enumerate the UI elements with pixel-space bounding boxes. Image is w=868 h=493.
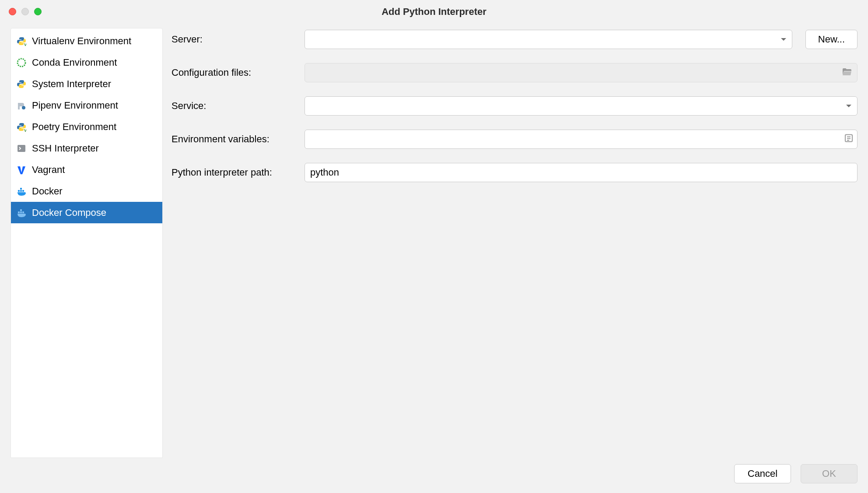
svg-text:V: V [24,128,26,132]
sidebar-item-docker-compose[interactable]: Docker Compose [11,202,162,223]
sidebar-item-poetry[interactable]: V Poetry Environment [11,116,162,137]
svg-rect-11 [20,211,22,213]
sidebar-item-vagrant[interactable]: Vagrant [11,159,162,180]
svg-text:V: V [24,42,26,46]
server-row: Server: New... [172,30,858,49]
sidebar-item-pipenv[interactable]: Pipenv Environment [11,95,162,116]
form-panel: Server: New... Configuration files: [163,28,863,458]
dialog-window: Add Python Interpreter V Virtualenv Envi… [0,0,868,493]
sidebar-item-label: Docker Compose [32,207,106,218]
sidebar-item-virtualenv[interactable]: V Virtualenv Environment [11,30,162,52]
sidebar-item-label: SSH Interpreter [32,143,99,154]
docker-icon [16,186,27,197]
zoom-window-button[interactable] [34,8,42,15]
python-path-input[interactable] [304,163,858,182]
sidebar-item-label: Vagrant [32,164,65,176]
close-window-button[interactable] [9,8,16,15]
sidebar-item-docker[interactable]: Docker [11,180,162,202]
dialog-title: Add Python Interpreter [382,6,486,18]
config-files-row: Configuration files: [172,63,858,82]
env-vars-row: Environment variables: [172,130,858,149]
svg-rect-7 [20,190,22,192]
server-dropdown[interactable] [304,30,792,49]
svg-rect-6 [18,190,20,192]
config-files-field [304,63,858,82]
config-files-label: Configuration files: [172,67,304,78]
dialog-content: V Virtualenv Environment Conda Environme… [0,24,868,458]
pipenv-icon [16,100,27,111]
service-label: Service: [172,100,304,112]
env-vars-input[interactable] [304,130,858,149]
svg-rect-8 [20,188,22,190]
server-label: Server: [172,34,304,45]
python-path-label: Python interpreter path: [172,167,304,178]
cancel-button[interactable]: Cancel [734,464,791,483]
sidebar-item-conda[interactable]: Conda Environment [11,52,162,73]
dialog-footer: Cancel OK [0,458,868,493]
sidebar-item-label: Virtualenv Environment [32,35,131,47]
sidebar-item-label: Poetry Environment [32,121,116,133]
python-path-row: Python interpreter path: [172,163,858,182]
env-vars-label: Environment variables: [172,134,304,145]
chevron-down-icon [846,102,852,109]
docker-compose-icon [16,208,27,218]
svg-point-3 [22,106,25,109]
ok-button: OK [801,464,858,483]
service-row: Service: [172,96,858,116]
svg-point-1 [18,59,25,67]
svg-rect-10 [18,211,20,213]
list-edit-icon[interactable] [844,134,853,145]
svg-rect-5 [18,145,25,152]
interpreter-type-sidebar: V Virtualenv Environment Conda Environme… [10,28,163,458]
conda-icon [16,57,27,68]
folder-open-icon[interactable] [842,67,852,78]
python-v-icon: V [16,36,27,46]
sidebar-item-ssh[interactable]: SSH Interpreter [11,137,162,159]
svg-rect-9 [22,190,24,192]
chevron-down-icon [780,36,787,43]
svg-rect-2 [18,106,20,109]
sidebar-item-label: Docker [32,186,63,197]
minimize-window-button [21,8,29,15]
svg-rect-13 [22,211,24,213]
server-new-button[interactable]: New... [805,30,858,49]
sidebar-item-label: System Interpreter [32,78,111,90]
python-v-icon: V [16,122,27,132]
title-bar: Add Python Interpreter [0,0,868,24]
sidebar-item-label: Pipenv Environment [32,100,118,111]
traffic-lights [9,8,42,15]
python-icon [16,79,27,89]
sidebar-item-system[interactable]: System Interpreter [11,73,162,95]
service-dropdown[interactable] [304,96,858,116]
svg-rect-12 [20,209,22,211]
vagrant-icon [16,165,27,175]
terminal-icon [16,143,27,154]
sidebar-item-label: Conda Environment [32,57,117,68]
